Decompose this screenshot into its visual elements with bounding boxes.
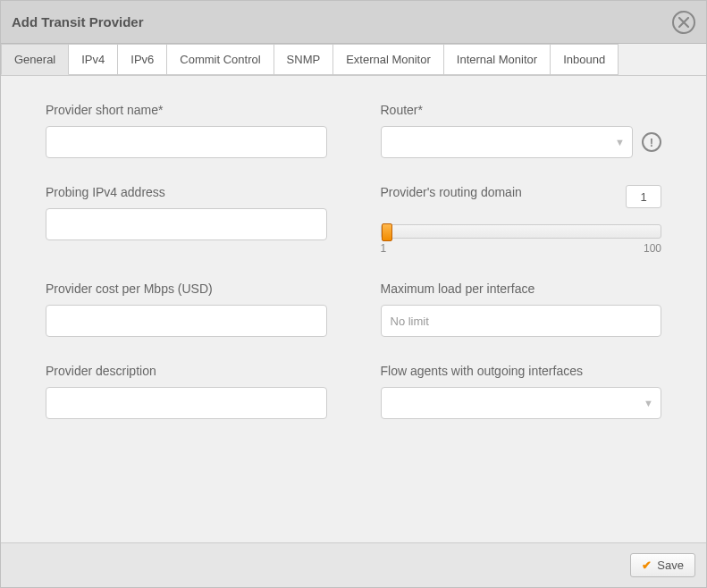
probing-ipv4-input[interactable] [46, 208, 327, 240]
check-icon: ✔ [642, 559, 652, 572]
tab-bar: GeneralIPv4IPv6Commit ControlSNMPExterna… [1, 44, 706, 76]
routing-domain-label: Provider's routing domain [381, 185, 522, 199]
max-load-label: Maximum load per interface [381, 281, 662, 296]
save-button-label: Save [657, 559, 684, 572]
routing-domain-input[interactable] [626, 185, 661, 208]
tab-internal-monitor[interactable]: Internal Monitor [444, 44, 551, 75]
cost-label: Provider cost per Mbps (USD) [46, 281, 327, 296]
slider-handle[interactable] [382, 223, 392, 241]
dialog-title: Add Transit Provider [12, 14, 144, 29]
chevron-down-icon: ▼ [644, 398, 653, 408]
tab-general[interactable]: General [1, 44, 69, 75]
short-name-label: Provider short name* [46, 103, 327, 117]
flow-agents-select[interactable]: ▼ [381, 387, 662, 419]
warning-icon[interactable]: ! [642, 132, 661, 152]
tab-external-monitor[interactable]: External Monitor [333, 44, 444, 75]
router-select[interactable]: ▼ [381, 126, 634, 158]
routing-domain-slider[interactable] [381, 224, 662, 239]
router-label: Router* [381, 103, 662, 117]
tab-snmp[interactable]: SNMP [274, 44, 334, 75]
cost-input[interactable] [46, 305, 327, 337]
content-area: Provider short name* Router* ▼ ! Probing… [1, 76, 706, 542]
tab-ipv4[interactable]: IPv4 [69, 44, 118, 75]
dialog-footer: ✔ Save [1, 542, 706, 587]
slider-min-label: 1 [381, 242, 387, 255]
tab-inbound[interactable]: Inbound [551, 44, 619, 75]
chevron-down-icon: ▼ [615, 137, 625, 147]
dialog: Add Transit Provider GeneralIPv4IPv6Comm… [0, 0, 707, 588]
description-input[interactable] [46, 387, 327, 419]
tab-commit-control[interactable]: Commit Control [167, 44, 274, 75]
dialog-header: Add Transit Provider [1, 1, 706, 44]
short-name-input[interactable] [46, 126, 327, 158]
description-label: Provider description [46, 364, 327, 378]
tab-ipv6[interactable]: IPv6 [118, 44, 167, 75]
close-icon [678, 17, 689, 28]
probing-ipv4-label: Probing IPv4 address [46, 185, 327, 199]
slider-max-label: 100 [644, 242, 661, 255]
save-button[interactable]: ✔ Save [630, 553, 695, 577]
max-load-input[interactable] [381, 305, 662, 337]
close-button[interactable] [672, 11, 695, 34]
flow-agents-label: Flow agents with outgoing interfaces [381, 364, 662, 378]
